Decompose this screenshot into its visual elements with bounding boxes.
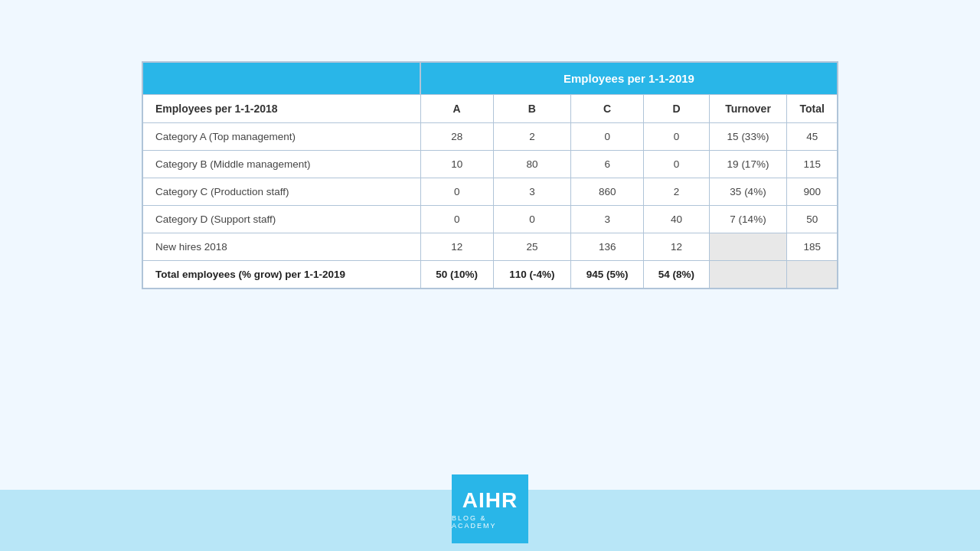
subheader-col-turnover: Turnover: [709, 95, 787, 123]
page-wrapper: Employees per 1-1-2019 Employees per 1-1…: [0, 0, 980, 551]
row-cell-total: 185: [787, 233, 838, 261]
row-cell-b: 2: [493, 123, 570, 151]
table-row: Category A (Top management)2820015 (33%)…: [143, 123, 838, 151]
table-row: Category B (Middle management)10806019 (…: [143, 151, 838, 178]
row-cell-d: 40: [644, 206, 709, 233]
subheader-col-c: C: [571, 95, 644, 123]
logo-main: AIHR: [462, 488, 518, 513]
row-cell-a: 28: [420, 123, 493, 151]
row-cell-turnover: 7 (14%): [709, 206, 787, 233]
row-label-cell: Total employees (% grow) per 1-1-2019: [143, 261, 421, 289]
row-cell-c: 3: [571, 206, 644, 233]
row-cell-a: 50 (10%): [420, 261, 493, 289]
row-cell-d: 0: [644, 151, 709, 178]
logo-box: AIHR BLOG & ACADEMY: [452, 474, 528, 543]
row-cell-b: 110 (-4%): [493, 261, 570, 289]
row-label-cell: Category A (Top management): [143, 123, 421, 151]
row-cell-a: 0: [420, 206, 493, 233]
row-cell-c: 6: [571, 151, 644, 178]
row-cell-c: 0: [571, 123, 644, 151]
row-cell-d: 2: [644, 178, 709, 206]
header-row-top: Employees per 1-1-2019: [143, 63, 838, 95]
row-cell-b: 80: [493, 151, 570, 178]
row-cell-b: 25: [493, 233, 570, 261]
subheader-col-total: Total: [787, 95, 838, 123]
row-cell-a: 12: [420, 233, 493, 261]
row-label-cell: Category C (Production staff): [143, 178, 421, 206]
table-body: Category A (Top management)2820015 (33%)…: [143, 123, 838, 289]
subheader-col-b: B: [493, 95, 570, 123]
row-cell-turnover: 15 (33%): [709, 123, 787, 151]
table-row: Total employees (% grow) per 1-1-201950 …: [143, 261, 838, 289]
table-container: Employees per 1-1-2019 Employees per 1-1…: [142, 61, 838, 289]
footer-section: AIHR BLOG & ACADEMY: [0, 490, 980, 551]
row-label-cell: New hires 2018: [143, 233, 421, 261]
table-row: New hires 2018122513612185: [143, 233, 838, 261]
row-cell-b: 3: [493, 178, 570, 206]
row-cell-b: 0: [493, 206, 570, 233]
row-cell-turnover: 19 (17%): [709, 151, 787, 178]
row-cell-total: 45: [787, 123, 838, 151]
row-cell-total: [787, 261, 838, 289]
row-label-cell: Category D (Support staff): [143, 206, 421, 233]
subheader-col-a: A: [420, 95, 493, 123]
row-cell-c: 945 (5%): [571, 261, 644, 289]
row-cell-a: 0: [420, 178, 493, 206]
subheader-row-label: Employees per 1-1-2018: [143, 95, 421, 123]
row-cell-total: 900: [787, 178, 838, 206]
row-cell-c: 860: [571, 178, 644, 206]
row-cell-d: 0: [644, 123, 709, 151]
row-cell-total: 50: [787, 206, 838, 233]
row-cell-a: 10: [420, 151, 493, 178]
logo-sub: BLOG & ACADEMY: [452, 514, 528, 530]
row-label-cell: Category B (Middle management): [143, 151, 421, 178]
row-cell-d: 12: [644, 233, 709, 261]
row-cell-total: 115: [787, 151, 838, 178]
row-cell-d: 54 (8%): [644, 261, 709, 289]
row-cell-turnover: 35 (4%): [709, 178, 787, 206]
row-cell-turnover: [709, 261, 787, 289]
main-table: Employees per 1-1-2019 Employees per 1-1…: [142, 62, 838, 289]
header-label-cell: [143, 63, 421, 95]
row-cell-c: 136: [571, 233, 644, 261]
subheader-col-d: D: [644, 95, 709, 123]
header-span-cell: Employees per 1-1-2019: [420, 63, 838, 95]
subheader-row: Employees per 1-1-2018 A B C D Turnover …: [143, 95, 838, 123]
table-row: Category C (Production staff)03860235 (4…: [143, 178, 838, 206]
row-cell-turnover: [709, 233, 787, 261]
table-row: Category D (Support staff)003407 (14%)50: [143, 206, 838, 233]
